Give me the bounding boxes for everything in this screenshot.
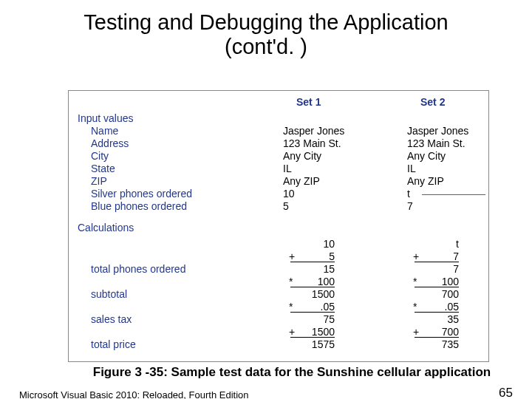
state-s2: IL	[407, 163, 416, 174]
figure-box: Set 1 Set 2 Input values Name Address Ci…	[68, 90, 489, 362]
figure-caption: Figure 3 -35: Sample test data for the S…	[85, 365, 499, 380]
calc-rate-s1: .05	[290, 301, 335, 313]
city-s2: Any City	[407, 151, 446, 161]
blue-s2: 7	[407, 201, 413, 211]
calc-tax-s2: 35	[415, 314, 459, 324]
name-s1: Jasper Jones	[283, 126, 344, 136]
title-line-1: Testing and Debugging the Application	[0, 10, 532, 35]
calc-label-sales-tax: sales tax	[91, 314, 132, 324]
title-line-2: (cont'd. )	[0, 35, 532, 59]
zip-s2: Any ZIP	[407, 176, 444, 186]
city-s1: Any City	[283, 151, 321, 161]
silver-s1: 10	[283, 188, 295, 199]
page-title: Testing and Debugging the Application (c…	[0, 10, 532, 60]
row-label-zip: ZIP	[91, 176, 107, 186]
silver-s2: t	[407, 188, 410, 199]
calc-tp-s2: 735	[415, 339, 459, 349]
row-label-silver: Silver phones ordered	[91, 188, 192, 199]
calc-add-s1: 1500	[290, 327, 335, 338]
error-highlight-line	[422, 194, 485, 195]
calc-rate-s2: .05	[415, 301, 459, 313]
footer-page-number: 65	[499, 386, 513, 399]
slide: Testing and Debugging the Application (c…	[0, 10, 532, 399]
calc-tot-s2: 7	[415, 264, 459, 274]
calc-label-subtotal: subtotal	[91, 289, 127, 299]
calc-label-total-price: total price	[91, 339, 136, 349]
address-s1: 123 Main St.	[283, 138, 341, 149]
section-input-values: Input values	[78, 113, 134, 123]
calc-tp-s1: 1575	[290, 339, 335, 349]
blue-s1: 5	[283, 201, 289, 211]
section-calculations: Calculations	[78, 222, 134, 233]
calc-tax-s1: 75	[290, 314, 335, 324]
row-label-city: City	[91, 151, 109, 161]
calc-a-s1: 10	[290, 239, 335, 249]
row-label-state: State	[91, 163, 115, 174]
address-s2: 123 Main St.	[407, 138, 466, 149]
calc-add-s2: 700	[415, 327, 459, 338]
calc-mul-s2: 100	[415, 276, 459, 287]
calc-mul-s1: 100	[290, 276, 335, 287]
calc-sub-s1: 1500	[290, 289, 335, 299]
row-label-name: Name	[91, 126, 118, 136]
header-set1: Set 1	[296, 97, 321, 107]
row-label-blue: Blue phones ordered	[91, 201, 187, 211]
calc-sub-s2: 700	[415, 289, 459, 299]
calc-b-s2: 7	[415, 251, 459, 262]
row-label-address: Address	[91, 138, 129, 149]
calc-tot-s1: 15	[290, 264, 335, 274]
calc-a-s2: t	[415, 239, 459, 249]
calc-b-s1: 5	[290, 251, 335, 262]
header-set2: Set 2	[420, 97, 445, 107]
footer-book-title: Microsoft Visual Basic 2010: Reloaded, F…	[19, 389, 248, 399]
calc-label-total-phones: total phones ordered	[91, 264, 185, 274]
name-s2: Jasper Jones	[407, 126, 468, 136]
state-s1: IL	[283, 163, 292, 174]
zip-s1: Any ZIP	[283, 176, 320, 186]
